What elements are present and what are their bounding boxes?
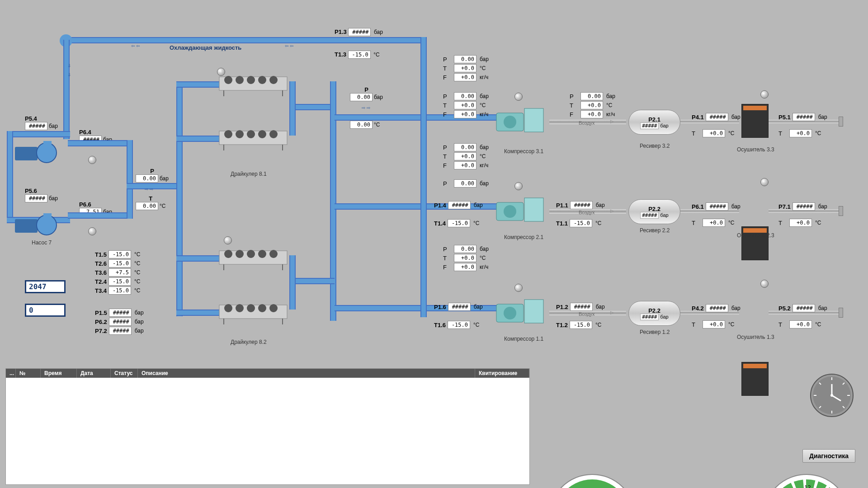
drycooler-label: Драйкулер 8.2 — [231, 339, 267, 345]
status-lamp — [760, 178, 769, 186]
status-lamp — [514, 284, 523, 292]
p13-readout: P1.3 ##### бар — [335, 28, 383, 36]
pipe — [420, 37, 427, 317]
receiver-22-label: Ресивер 2.2 — [640, 227, 670, 234]
comp31-ptf-top: P0.00бар T+0.0°C F+0.0кг/ч — [443, 54, 489, 82]
svg-point-32 — [236, 304, 244, 312]
temp-list: T1.5-15.0°C T2.6-15.0°C T3.6+7.5°C T2.4-… — [95, 249, 140, 296]
arrow-icon: ⇦ ⇦ — [131, 43, 140, 48]
coolant-label: Охлаждающая жидкость — [170, 44, 241, 51]
arrow-icon: ⇦ ⇦ — [285, 43, 293, 48]
p54-readout: P5.4 #####бар — [25, 115, 58, 130]
status-lamp — [514, 182, 523, 190]
svg-point-33 — [247, 304, 255, 312]
svg-point-9 — [247, 76, 255, 84]
post-recv-2: P6.1#####бар T+0.0°C — [692, 202, 741, 228]
svg-rect-2 — [43, 141, 52, 145]
coolant-pipe-top — [63, 37, 425, 43]
air-label: Воздух — [579, 311, 595, 317]
svg-point-34 — [258, 304, 266, 312]
svg-point-43 — [504, 205, 516, 218]
pipe — [127, 140, 133, 219]
svg-point-26 — [258, 250, 266, 258]
svg-point-19 — [269, 130, 278, 138]
comp11-in: P1.6#####бар T1.6-15.0°C — [434, 302, 483, 330]
coolant-pipe-left-v — [63, 40, 70, 139]
status-lamp — [224, 236, 232, 244]
counter-input-1[interactable] — [25, 280, 66, 293]
dryer-33-out: P5.1#####бар T+0.0°C — [778, 112, 827, 138]
svg-point-8 — [236, 76, 244, 84]
compressor-icon — [493, 104, 547, 136]
post-recv-3: P4.2#####бар T+0.0°C — [692, 303, 741, 329]
pipe — [176, 81, 183, 316]
svg-point-40 — [504, 116, 516, 128]
dryer-13 — [741, 362, 769, 396]
svg-text:12: 12 — [804, 484, 811, 488]
pipe — [289, 81, 296, 136]
svg-point-7 — [224, 76, 232, 84]
pipe — [289, 104, 335, 110]
p56-readout: P5.6 #####бар — [25, 188, 58, 202]
air-label: Воздух — [579, 120, 595, 126]
comp31-label: Компрессор 3.1 — [504, 148, 543, 155]
dryer-23-label: Осушитель 2.3 — [737, 232, 774, 239]
svg-point-1 — [37, 143, 57, 163]
svg-point-27 — [269, 250, 278, 258]
drycooler-icon — [217, 298, 289, 325]
svg-point-11 — [269, 76, 278, 84]
svg-point-46 — [504, 307, 516, 319]
dryer-13-out: P5.2#####бар T+0.0°C — [778, 303, 827, 329]
svg-point-10 — [258, 76, 266, 84]
comp31-extra: P0.00бар T+0.0°C F+0.0кг/ч — [443, 142, 489, 170]
comp11-label: Компрессор 1.1 — [504, 336, 543, 342]
receiver-32: P2.1 ##### бар — [628, 110, 680, 135]
arrow-icon: ⇩ — [67, 72, 71, 77]
receiver-12: P2.2 ##### бар — [628, 301, 680, 326]
alarm-table[interactable]: ... № Время Дата Статус Описание Квитиро… — [5, 368, 530, 485]
prerecv: P0.00бар T+0.0°C F+0.0кг/ч — [570, 91, 615, 119]
comp21-label: Компрессор 2.1 — [504, 234, 543, 240]
drycooler-icon — [217, 124, 289, 151]
arrow-icon: ▷ — [610, 119, 614, 124]
dryer-23-out: P7.1#####бар T+0.0°C — [778, 202, 827, 228]
air-label: Воздух — [579, 210, 595, 215]
branch-p-readout: P 0.00бар — [350, 86, 383, 101]
receiver-12-label: Ресивер 1.2 — [640, 329, 670, 335]
arrow-icon: ▷ — [610, 310, 614, 315]
counter-input-2[interactable] — [25, 304, 66, 317]
pipe — [68, 212, 131, 219]
drycooler-icon — [217, 70, 289, 97]
status-lamp — [88, 156, 96, 164]
comp31-out: P0.00бар T+0.0°C F+0.0кг/ч — [443, 91, 489, 119]
svg-point-18 — [258, 130, 266, 138]
arrow-icon: ⇨ ⇨ — [362, 105, 370, 110]
clock-icon — [809, 373, 854, 418]
pipe-end — [839, 308, 843, 318]
svg-point-78 — [830, 394, 833, 397]
dryer-13-label: Осушитель 1.3 — [737, 334, 774, 340]
svg-point-31 — [224, 304, 232, 312]
status-lamp — [514, 93, 523, 101]
dryer-33 — [741, 104, 769, 138]
pump-label: Насос 7 — [32, 239, 52, 246]
svg-point-25 — [247, 250, 255, 258]
post-recv-1: P4.1#####бар T+0.0°C — [692, 112, 741, 138]
dryer-23 — [741, 226, 769, 260]
svg-rect-5 — [43, 213, 52, 218]
status-lamp — [217, 68, 225, 76]
svg-point-24 — [236, 250, 244, 258]
pipe-end — [839, 206, 843, 216]
arrow-icon: ⇨ ⇨ — [145, 187, 153, 192]
gauge-pvyh: 4 7 9 12 14 17 19 bar Pвых — [761, 472, 852, 488]
arrow-icon: ⇩ — [67, 63, 71, 68]
diagnostics-button[interactable]: Диагностика — [802, 449, 855, 463]
gauge-tvyh: 4 14 °C Твых — [547, 472, 637, 488]
pipe — [68, 140, 131, 146]
arrow-icon: ▷ — [610, 208, 614, 213]
svg-point-15 — [224, 130, 232, 138]
pipe — [7, 131, 13, 221]
svg-point-35 — [269, 304, 278, 312]
svg-point-4 — [37, 215, 57, 235]
t13-readout: T1.3 -15.0 °C — [335, 51, 380, 59]
